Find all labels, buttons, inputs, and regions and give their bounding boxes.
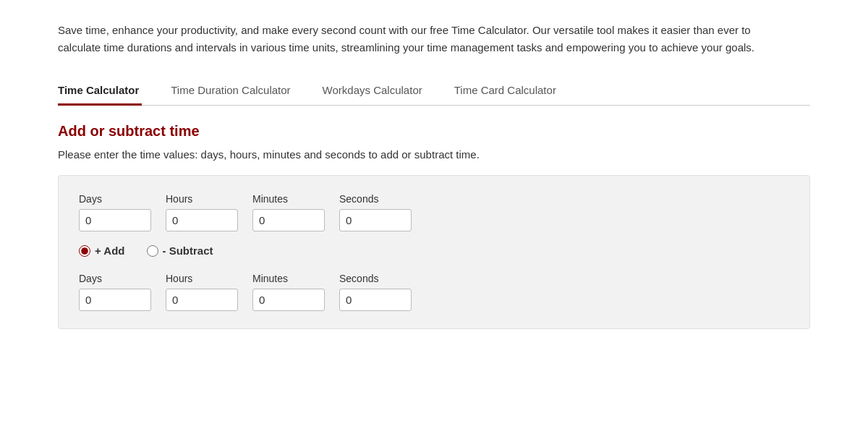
label-minutes-1: Minutes xyxy=(252,193,325,205)
label-minutes-2: Minutes xyxy=(252,273,325,284)
input-row-2: Days Hours Minutes Seconds xyxy=(79,273,789,311)
tab-time-calculator[interactable]: Time Calculator xyxy=(58,77,156,105)
section-title: Add or subtract time xyxy=(58,123,810,140)
input-minutes-2[interactable] xyxy=(252,289,325,311)
tab-workdays-calculator[interactable]: Workdays Calculator xyxy=(323,77,440,105)
input-hours-1[interactable] xyxy=(166,209,238,231)
intro-text: Save time, enhance your productivity, an… xyxy=(58,22,781,56)
label-hours-1: Hours xyxy=(166,193,238,205)
input-days-2[interactable] xyxy=(79,289,151,311)
tabs-bar: Time Calculator Time Duration Calculator… xyxy=(58,77,810,106)
input-group-days-1: Days xyxy=(79,193,151,231)
input-minutes-1[interactable] xyxy=(252,209,325,231)
input-hours-2[interactable] xyxy=(166,289,238,311)
label-days-1: Days xyxy=(79,193,151,205)
input-group-hours-1: Hours xyxy=(166,193,238,231)
input-row-1: Days Hours Minutes Seconds xyxy=(79,193,789,231)
input-seconds-2[interactable] xyxy=(339,289,412,311)
input-group-minutes-2: Minutes xyxy=(252,273,325,311)
input-group-hours-2: Hours xyxy=(166,273,238,311)
radio-add-option[interactable]: + Add xyxy=(79,244,125,257)
input-group-seconds-2: Seconds xyxy=(339,273,412,311)
radio-subtract-option[interactable]: - Subtract xyxy=(147,244,213,257)
radio-row: + Add - Subtract xyxy=(79,244,789,257)
input-group-seconds-1: Seconds xyxy=(339,193,412,231)
radio-add[interactable] xyxy=(79,245,90,257)
label-seconds-2: Seconds xyxy=(339,273,412,284)
radio-subtract[interactable] xyxy=(147,245,158,257)
tab-time-card-calculator[interactable]: Time Card Calculator xyxy=(454,77,574,105)
label-seconds-1: Seconds xyxy=(339,193,412,205)
radio-subtract-label: - Subtract xyxy=(163,244,213,257)
radio-add-label: + Add xyxy=(95,244,125,257)
input-group-days-2: Days xyxy=(79,273,151,311)
input-seconds-1[interactable] xyxy=(339,209,412,231)
label-days-2: Days xyxy=(79,273,151,284)
input-group-minutes-1: Minutes xyxy=(252,193,325,231)
tab-time-duration-calculator[interactable]: Time Duration Calculator xyxy=(171,77,307,105)
input-days-1[interactable] xyxy=(79,209,151,231)
label-hours-2: Hours xyxy=(166,273,238,284)
page-wrapper: Save time, enhance your productivity, an… xyxy=(0,0,868,344)
section-description: Please enter the time values: days, hour… xyxy=(58,148,810,161)
calculator-box: Days Hours Minutes Seconds + Add xyxy=(58,175,810,329)
